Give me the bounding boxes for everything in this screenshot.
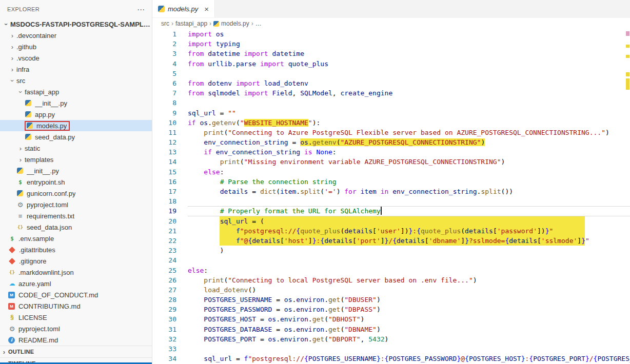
line-number[interactable]: 4: [152, 59, 176, 69]
code-line-20[interactable]: 20 sql_url = (: [152, 216, 630, 226]
line-number[interactable]: 11: [152, 128, 176, 137]
breadcrumb-item-fastapi-app[interactable]: fastapi_app: [175, 20, 207, 27]
code-line-34[interactable]: 34 sql_url = f"postgresql://{POSTGRES_US…: [152, 354, 630, 363]
line-number[interactable]: 15: [152, 167, 176, 177]
line-number[interactable]: 12: [152, 137, 176, 147]
line-number[interactable]: 2: [152, 39, 176, 49]
line-number[interactable]: 34: [152, 354, 176, 363]
tree-item-init-py[interactable]: __init__.py: [0, 97, 152, 109]
code-line-7[interactable]: 7from sqlmodel import Field, SQLModel, c…: [152, 88, 630, 98]
line-number[interactable]: 9: [152, 108, 176, 118]
tree-item-infra[interactable]: ›infra: [0, 64, 152, 75]
code-line-28[interactable]: 28 POSTGRES_USERNAME = os.environ.get("D…: [152, 295, 630, 305]
close-icon[interactable]: ×: [204, 5, 209, 13]
line-number[interactable]: 18: [152, 196, 176, 206]
tree-item-pyproject-toml[interactable]: pyproject.toml: [0, 323, 152, 334]
code-line-24[interactable]: 24: [152, 255, 630, 265]
line-number[interactable]: 13: [152, 147, 176, 157]
code-line-29[interactable]: 29 POSTGRES_PASSWORD = os.environ.get("D…: [152, 305, 630, 314]
line-number[interactable]: 7: [152, 88, 176, 98]
tree-item-seed-data-json[interactable]: seed_data.json: [0, 221, 152, 233]
tree-item-gunicorn-conf-py[interactable]: gunicorn.conf.py: [0, 188, 152, 199]
line-number[interactable]: 1: [152, 29, 176, 39]
line-number[interactable]: 29: [152, 305, 176, 314]
line-number[interactable]: 16: [152, 177, 176, 187]
line-number[interactable]: 20: [152, 216, 176, 226]
code-line-9[interactable]: 9sql_url = "": [152, 108, 630, 118]
code-line-10[interactable]: 10if os.getenv("WEBSITE_HOSTNAME"):: [152, 118, 630, 128]
tree-item-entrypoint-sh[interactable]: entrypoint.sh: [0, 176, 152, 188]
code-line-15[interactable]: 15 else:: [152, 167, 630, 177]
breadcrumb-item-more[interactable]: …: [255, 20, 262, 27]
line-number[interactable]: 25: [152, 266, 176, 275]
line-number[interactable]: 31: [152, 325, 176, 334]
tree-item-gitattributes[interactable]: .gitattributes: [0, 244, 152, 255]
line-number[interactable]: 33: [152, 344, 176, 354]
line-number[interactable]: 19: [152, 206, 176, 216]
code-line-6[interactable]: 6from dotenv import load_dotenv: [152, 78, 630, 88]
tree-item-src[interactable]: ›src: [0, 75, 152, 86]
tree-item-fastapi-app[interactable]: ›fastapi_app: [0, 86, 152, 97]
tab-models-py[interactable]: models.py ×: [152, 0, 215, 17]
code-line-21[interactable]: 21 f"postgresql://{quote_plus(details['u…: [152, 226, 630, 236]
code-line-2[interactable]: 2import typing: [152, 39, 630, 49]
code-line-1[interactable]: 1import os: [152, 29, 630, 39]
tree-item-gitignore[interactable]: .gitignore: [0, 255, 152, 267]
tree-item-requirements-txt[interactable]: requirements.txt: [0, 210, 152, 221]
code-line-16[interactable]: 16 # Parse the connection string: [152, 177, 630, 187]
code-line-8[interactable]: 8: [152, 98, 630, 108]
code-line-26[interactable]: 26 print("Connecting to local PostgreSQL…: [152, 275, 630, 285]
tree-item-readme-md[interactable]: README.md: [0, 334, 152, 346]
tree-item-markdownlint-json[interactable]: .markdownlint.json: [0, 267, 152, 278]
breadcrumb-item-models-py[interactable]: models.py: [213, 20, 249, 27]
code-line-19[interactable]: 19 # Properly format the URL for SQLAlch…: [152, 206, 630, 216]
line-number[interactable]: 6: [152, 78, 176, 88]
line-number[interactable]: 10: [152, 118, 176, 128]
code-line-4[interactable]: 4from urllib.parse import quote_plus: [152, 59, 630, 69]
tree-item-azure-yaml[interactable]: azure.yaml: [0, 278, 152, 289]
line-number[interactable]: 27: [152, 285, 176, 295]
line-number[interactable]: 28: [152, 295, 176, 305]
line-number[interactable]: 5: [152, 69, 176, 78]
tree-item-templates[interactable]: ›templates: [0, 154, 152, 165]
breadcrumb-item-src[interactable]: src: [161, 20, 169, 27]
tree-item-contributing-md[interactable]: CONTRIBUTING.md: [0, 300, 152, 312]
tree-item-vscode[interactable]: ›.vscode: [0, 52, 152, 64]
tree-item-init-py[interactable]: __init__.py: [0, 165, 152, 176]
tree-item-github[interactable]: ›.github: [0, 41, 152, 52]
tree-item-code-of-conduct-md[interactable]: CODE_OF_CONDUCT.md: [0, 289, 152, 300]
line-number[interactable]: 8: [152, 98, 176, 108]
tree-item-env-sample[interactable]: .env.sample: [0, 233, 152, 244]
line-number[interactable]: 30: [152, 314, 176, 324]
code-line-33[interactable]: 33: [152, 344, 630, 354]
line-number[interactable]: 22: [152, 236, 176, 246]
code-line-17[interactable]: 17 details = dict(item.split('=') for it…: [152, 187, 630, 196]
tree-item-app-py[interactable]: app.py: [0, 109, 152, 120]
tree-item-models-py[interactable]: models.py: [0, 120, 152, 131]
tree-item-devcontainer[interactable]: ›.devcontainer: [0, 30, 152, 41]
section-outline[interactable]: ›OUTLINE: [0, 346, 152, 357]
overview-ruler[interactable]: [625, 29, 630, 364]
code-line-23[interactable]: 23 ): [152, 246, 630, 255]
tree-root-item[interactable]: › MSDOCS-FASTAPI-POSTGRESQL-SAMPLE-APP […: [0, 18, 152, 30]
more-actions-icon[interactable]: ⋯: [137, 6, 145, 13]
code-line-14[interactable]: 14 print("Missing environment variable A…: [152, 157, 630, 167]
line-number[interactable]: 32: [152, 334, 176, 344]
tree-item-license[interactable]: LICENSE: [0, 312, 152, 323]
code-line-13[interactable]: 13 if env_connection_string is None:: [152, 147, 630, 157]
code-line-31[interactable]: 31 POSTGRES_DATABASE = os.environ.get("D…: [152, 325, 630, 334]
line-number[interactable]: 23: [152, 246, 176, 255]
code-line-22[interactable]: 22 f"@{details['host']}:{details['port']…: [152, 236, 630, 246]
code-line-12[interactable]: 12 env_connection_string = os.getenv("AZ…: [152, 137, 630, 147]
code-line-25[interactable]: 25else:: [152, 266, 630, 275]
code-line-5[interactable]: 5: [152, 69, 630, 78]
tree-item-static[interactable]: ›static: [0, 143, 152, 154]
tree-item-pyproject-toml[interactable]: pyproject.toml: [0, 199, 152, 210]
line-number[interactable]: 14: [152, 157, 176, 167]
code-line-11[interactable]: 11 print("Connecting to Azure PostgreSQL…: [152, 128, 630, 137]
line-number[interactable]: 24: [152, 255, 176, 265]
code-line-32[interactable]: 32 POSTGRES_PORT = os.environ.get("DBPOR…: [152, 334, 630, 344]
line-number[interactable]: 17: [152, 187, 176, 196]
code-line-30[interactable]: 30 POSTGRES_HOST = os.environ.get("DBHOS…: [152, 314, 630, 324]
tree-item-seed-data-py[interactable]: seed_data.py: [0, 131, 152, 143]
